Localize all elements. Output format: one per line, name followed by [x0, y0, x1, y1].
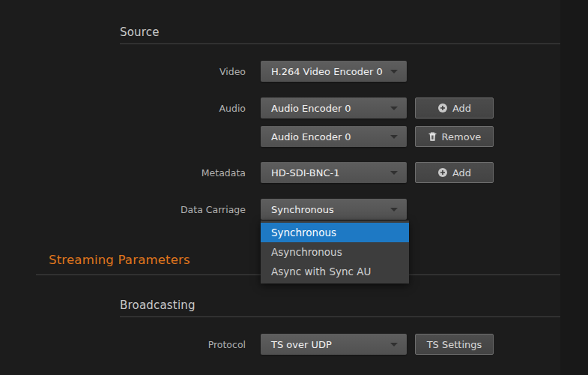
protocol-label: Protocol	[90, 339, 246, 350]
streaming-parameters-section-title: Streaming Parameters	[49, 253, 190, 267]
remove-audio-button[interactable]: Remove	[415, 126, 494, 147]
audio-source-dropdown-1[interactable]: Audio Encoder 0	[261, 98, 407, 118]
menu-option-asynchronous[interactable]: Asynchronous	[261, 242, 409, 262]
menu-option-async-with-sync-au[interactable]: Async with Sync AU	[261, 262, 409, 281]
source-section-title: Source	[120, 26, 160, 39]
metadata-selected-value: HD-SDI-BNC-1	[261, 167, 339, 178]
source-section-header: Source	[120, 26, 560, 44]
caret-down-icon	[390, 208, 398, 212]
metadata-source-dropdown[interactable]: HD-SDI-BNC-1	[261, 162, 407, 183]
data-carriage-label: Data Carriage	[90, 204, 246, 215]
add-audio-button[interactable]: Add	[415, 98, 494, 118]
add-audio-button-label: Add	[452, 103, 471, 114]
data-carriage-options-menu: Synchronous Asynchronous Async with Sync…	[261, 220, 409, 284]
trash-icon	[428, 131, 437, 142]
video-source-dropdown[interactable]: H.264 Video Encoder 0	[261, 61, 407, 82]
protocol-selected-value: TS over UDP	[261, 339, 332, 350]
circle-plus-icon	[437, 167, 448, 178]
broadcasting-section-title: Broadcasting	[120, 298, 196, 312]
settings-form-panel: Source Video H.264 Video Encoder 0 Audio…	[0, 0, 560, 375]
remove-audio-button-label: Remove	[442, 131, 482, 142]
audio-label: Audio	[90, 103, 246, 114]
circle-plus-icon	[437, 103, 448, 113]
audio-source-dropdown-2[interactable]: Audio Encoder 0	[261, 126, 407, 147]
metadata-label: Metadata	[90, 167, 246, 178]
audio-source-2-selected-value: Audio Encoder 0	[261, 131, 351, 142]
menu-option-synchronous[interactable]: Synchronous	[261, 223, 409, 242]
video-source-selected-value: H.264 Video Encoder 0	[261, 66, 383, 77]
broadcasting-section-header: Broadcasting	[120, 298, 560, 317]
ts-settings-button[interactable]: TS Settings	[415, 334, 494, 355]
caret-down-icon	[390, 343, 398, 346]
video-label: Video	[90, 66, 246, 77]
ts-settings-button-label: TS Settings	[427, 339, 482, 350]
protocol-dropdown[interactable]: TS over UDP	[261, 334, 407, 355]
data-carriage-dropdown[interactable]: Synchronous	[261, 199, 407, 220]
encoder-settings-page: Source Video H.264 Video Encoder 0 Audio…	[0, 0, 588, 375]
audio-source-1-selected-value: Audio Encoder 0	[261, 103, 351, 114]
caret-down-icon	[390, 70, 398, 74]
caret-down-icon	[390, 135, 398, 139]
add-metadata-button[interactable]: Add	[415, 162, 494, 183]
data-carriage-selected-value: Synchronous	[261, 204, 334, 215]
add-metadata-button-label: Add	[452, 167, 471, 178]
caret-down-icon	[390, 171, 398, 175]
caret-down-icon	[390, 106, 398, 110]
